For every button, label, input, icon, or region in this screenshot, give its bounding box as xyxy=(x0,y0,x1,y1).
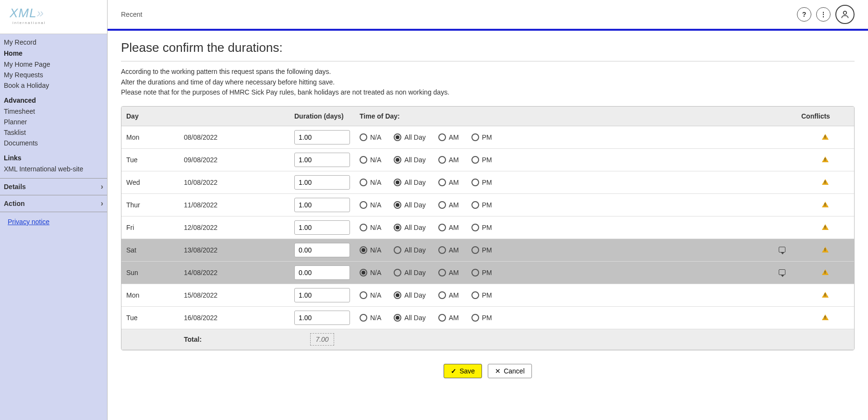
nav-adv-item-3[interactable]: Documents xyxy=(4,138,103,148)
radio-am[interactable]: AM xyxy=(438,201,459,209)
nav-details[interactable]: Details › xyxy=(0,178,107,195)
radio-pm[interactable]: PM xyxy=(471,156,492,164)
comment-icon[interactable] xyxy=(779,247,785,252)
radio-am[interactable]: AM xyxy=(438,179,459,186)
radio-icon xyxy=(471,179,479,186)
radio-na[interactable]: N/A xyxy=(360,156,381,164)
nav-my-record[interactable]: My Record xyxy=(4,37,103,48)
duration-input[interactable] xyxy=(294,175,350,190)
duration-input[interactable] xyxy=(294,311,350,325)
warning-icon[interactable] xyxy=(822,314,829,320)
warning-icon[interactable] xyxy=(822,269,829,275)
radio-pm[interactable]: PM xyxy=(471,201,492,209)
radio-label: N/A xyxy=(370,179,381,186)
radio-icon xyxy=(360,291,367,299)
help-icon[interactable]: ? xyxy=(797,7,811,22)
radio-na[interactable]: N/A xyxy=(360,291,381,299)
radio-label: AM xyxy=(449,269,459,276)
warning-icon[interactable] xyxy=(822,134,829,140)
user-icon[interactable] xyxy=(835,5,855,24)
nav-adv-item-0[interactable]: Timesheet xyxy=(4,106,103,117)
radio-allday[interactable]: All Day xyxy=(394,156,425,164)
radio-label: PM xyxy=(482,224,492,231)
warning-icon[interactable] xyxy=(822,224,829,230)
radio-pm[interactable]: PM xyxy=(471,179,492,186)
radio-icon xyxy=(471,314,479,322)
main: Recent ? ⋮ Please confirm the durations:… xyxy=(108,0,868,420)
warning-icon[interactable] xyxy=(822,247,829,252)
duration-input[interactable] xyxy=(294,243,350,257)
save-button[interactable]: Save xyxy=(444,364,482,378)
nav-home-item-1[interactable]: My Requests xyxy=(4,70,103,80)
svg-point-0 xyxy=(844,11,847,14)
radio-pm[interactable]: PM xyxy=(471,314,492,322)
radio-icon xyxy=(438,133,446,141)
privacy-link[interactable]: Privacy notice xyxy=(8,218,49,226)
radio-icon xyxy=(438,269,446,276)
radio-label: All Day xyxy=(404,179,425,186)
radio-icon xyxy=(394,314,401,322)
radio-allday[interactable]: All Day xyxy=(394,224,425,231)
nav-action-label: Action xyxy=(4,200,25,207)
recent-menu[interactable]: Recent xyxy=(121,11,142,18)
radio-label: N/A xyxy=(370,133,381,141)
radio-icon xyxy=(438,246,446,254)
radio-am[interactable]: AM xyxy=(438,156,459,164)
radio-allday[interactable]: All Day xyxy=(394,201,425,209)
radio-am[interactable]: AM xyxy=(438,314,459,322)
cell-date: 08/08/2022 xyxy=(179,126,289,149)
radio-icon xyxy=(394,133,401,141)
warning-icon[interactable] xyxy=(822,156,829,162)
page-title: Please confirm the durations: xyxy=(121,40,855,55)
radio-label: All Day xyxy=(404,314,425,322)
radio-na[interactable]: N/A xyxy=(360,133,381,141)
radio-na[interactable]: N/A xyxy=(360,224,381,231)
radio-allday[interactable]: All Day xyxy=(394,291,425,299)
radio-na[interactable]: N/A xyxy=(360,269,381,276)
radio-am[interactable]: AM xyxy=(438,291,459,299)
duration-input[interactable] xyxy=(294,153,350,167)
radio-label: PM xyxy=(482,314,492,322)
radio-pm[interactable]: PM xyxy=(471,133,492,141)
radio-pm[interactable]: PM xyxy=(471,224,492,231)
cell-date: 14/08/2022 xyxy=(179,262,289,284)
duration-input[interactable] xyxy=(294,288,350,302)
radio-label: AM xyxy=(449,133,459,141)
warning-icon[interactable] xyxy=(822,202,829,207)
warning-icon[interactable] xyxy=(822,179,829,185)
radio-na[interactable]: N/A xyxy=(360,179,381,186)
cell-day: Mon xyxy=(121,126,179,149)
nav-action[interactable]: Action › xyxy=(0,195,107,212)
radio-am[interactable]: AM xyxy=(438,224,459,231)
radio-am[interactable]: AM xyxy=(438,269,459,276)
duration-input[interactable] xyxy=(294,130,350,144)
radio-allday[interactable]: All Day xyxy=(394,314,425,322)
comment-icon[interactable] xyxy=(779,269,785,275)
radio-na[interactable]: N/A xyxy=(360,314,381,322)
radio-na[interactable]: N/A xyxy=(360,201,381,209)
more-icon[interactable]: ⋮ xyxy=(816,7,831,22)
radio-pm[interactable]: PM xyxy=(471,291,492,299)
radio-am[interactable]: AM xyxy=(438,133,459,141)
nav-adv-item-2[interactable]: Tasklist xyxy=(4,127,103,138)
radio-allday[interactable]: All Day xyxy=(394,269,425,276)
duration-input[interactable] xyxy=(294,265,350,280)
nav-home-item-2[interactable]: Book a Holiday xyxy=(4,80,103,91)
duration-input[interactable] xyxy=(294,198,350,212)
cancel-button[interactable]: Cancel xyxy=(488,364,532,378)
chevron-right-icon: › xyxy=(101,199,103,208)
radio-na[interactable]: N/A xyxy=(360,246,381,254)
warning-icon[interactable] xyxy=(822,292,829,298)
radio-allday[interactable]: All Day xyxy=(394,133,425,141)
radio-am[interactable]: AM xyxy=(438,246,459,254)
nav-adv-item-1[interactable]: Planner xyxy=(4,117,103,127)
nav-links-item-0[interactable]: XML International web-site xyxy=(4,164,103,174)
radio-pm[interactable]: PM xyxy=(471,246,492,254)
duration-input[interactable] xyxy=(294,220,350,235)
radio-icon xyxy=(360,314,367,322)
radio-pm[interactable]: PM xyxy=(471,269,492,276)
nav-home-item-0[interactable]: My Home Page xyxy=(4,59,103,70)
radio-allday[interactable]: All Day xyxy=(394,246,425,254)
radio-allday[interactable]: All Day xyxy=(394,179,425,186)
nav-header-links: Links xyxy=(4,152,103,164)
